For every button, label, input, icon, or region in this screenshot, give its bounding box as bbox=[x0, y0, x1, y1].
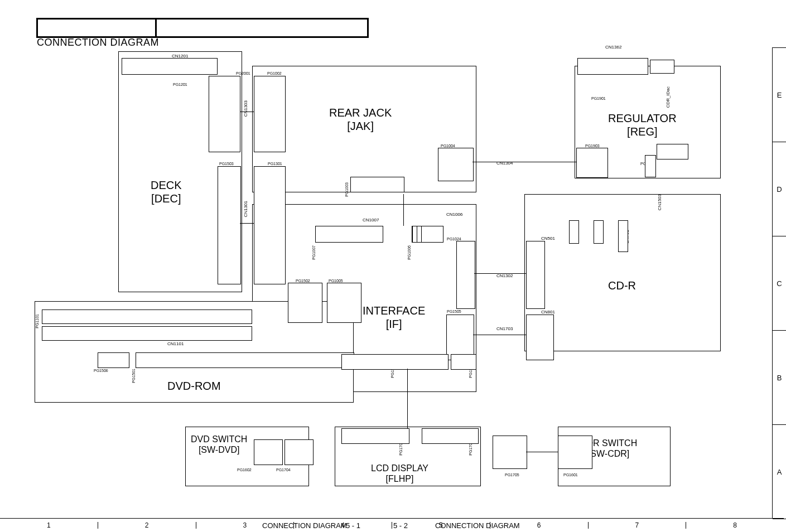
pins-cn1201 bbox=[122, 58, 218, 75]
pins-pg1502 bbox=[288, 283, 322, 323]
pg1903: PG1903 bbox=[585, 144, 600, 148]
pins-pg1004 bbox=[438, 148, 474, 181]
grid-7: 7 bbox=[588, 522, 686, 529]
pins-pg1904a bbox=[645, 155, 656, 177]
wire-cn1301a bbox=[240, 223, 254, 224]
pg1501: PG1501 bbox=[132, 369, 136, 383]
label-regulator: REGULATOR [REG] bbox=[608, 112, 677, 138]
pg1002: PG1002 bbox=[267, 71, 282, 75]
pins-pg1101 bbox=[42, 309, 252, 324]
grid-8: 8 bbox=[686, 522, 784, 529]
pins-pg1003 bbox=[350, 177, 404, 192]
pins-cdridac bbox=[650, 60, 674, 74]
pg1003: PG1003 bbox=[345, 182, 349, 197]
pins-cn502 bbox=[569, 220, 579, 244]
pins-pg1002 bbox=[254, 76, 286, 152]
pins-pg1505 bbox=[446, 315, 474, 360]
pins-pg1501b bbox=[451, 354, 476, 370]
pg1024: PG1024 bbox=[447, 237, 461, 241]
label-deck: DECK [DEC] bbox=[151, 178, 182, 205]
conn-cn1503: CN1503 bbox=[657, 194, 662, 210]
pins-pg1601 bbox=[558, 436, 592, 469]
conn-cn1703: CN1703 bbox=[496, 326, 513, 331]
pins-pg1904b bbox=[657, 144, 688, 159]
pins-pg1506 bbox=[98, 352, 129, 368]
conn-cn1101: CN1101 bbox=[167, 341, 184, 346]
pins-cn701 bbox=[618, 220, 628, 252]
pins-pg1702 bbox=[341, 428, 409, 444]
wire-cn1303a bbox=[240, 112, 254, 112]
axis-d: D bbox=[773, 185, 786, 193]
conn-cn801: CN801 bbox=[541, 309, 555, 315]
conn-cn1006: CN1006 bbox=[446, 212, 462, 217]
wire-cn1304 bbox=[472, 162, 576, 162]
pg1301: PG1301 bbox=[268, 162, 282, 166]
pins-pg1501-top bbox=[136, 352, 354, 368]
pins-pg2001 bbox=[209, 76, 240, 152]
right-axis: E D C B A bbox=[772, 47, 786, 519]
axis-a: A bbox=[773, 467, 786, 476]
pg1004: PG1004 bbox=[441, 144, 455, 148]
pins-pg1602 bbox=[254, 439, 283, 465]
page-title: CONNECTION DIAGRAM bbox=[37, 37, 159, 49]
pins-pg1503 bbox=[218, 166, 241, 284]
label-lcd-display: LCD DISPLAY [FLHP] bbox=[371, 463, 428, 484]
label-dvd-switch: DVD SWITCH [SW-DVD] bbox=[191, 434, 247, 455]
pins-pg1005 bbox=[327, 283, 361, 323]
pg1601: PG1601 bbox=[563, 473, 578, 477]
pins-pg1903 bbox=[576, 148, 608, 178]
conn-cn1303: CN1303 bbox=[243, 100, 248, 117]
title-box-divider bbox=[155, 20, 157, 36]
footer-center-left: 5 - 1 bbox=[346, 521, 360, 530]
grid-2: 2 bbox=[98, 522, 196, 529]
pins-cn1362 bbox=[577, 58, 648, 75]
pg1007: PG1007 bbox=[312, 245, 316, 260]
pg1503: PG1503 bbox=[219, 162, 234, 166]
pins-pg1502b bbox=[341, 354, 449, 370]
pins-cn801 bbox=[526, 315, 554, 360]
wire-pg1003-down bbox=[403, 194, 404, 226]
conn-cn501: CN501 bbox=[541, 236, 555, 241]
pins-cn501 bbox=[526, 241, 545, 309]
axis-e: E bbox=[773, 90, 786, 99]
pg1005: PG1005 bbox=[329, 279, 343, 283]
pg1705: PG1705 bbox=[505, 473, 519, 477]
label-interface: INTERFACE [IF] bbox=[363, 304, 425, 331]
pins-pg1301 bbox=[254, 166, 286, 284]
pins-cn1101 bbox=[42, 326, 252, 341]
pg1101: PG1101 bbox=[35, 314, 39, 328]
grid-1: 1 bbox=[0, 522, 98, 529]
pg1506: PG1506 bbox=[94, 369, 108, 373]
conn-cn1007: CN1007 bbox=[363, 217, 379, 223]
wire-cn1703 bbox=[473, 335, 526, 335]
conn-cn1302: CN1302 bbox=[496, 273, 513, 278]
footer-grid: 1 2 3 4 5 6 7 8 bbox=[0, 518, 784, 532]
wire-lcd-top bbox=[407, 369, 408, 428]
pg1505: PG1505 bbox=[447, 309, 461, 313]
conn-cn1362: CN1362 bbox=[605, 45, 621, 50]
pins-pg1704 bbox=[284, 439, 314, 465]
pg1006: PG1006 bbox=[407, 245, 411, 260]
footer-center-right: 5 - 2 bbox=[393, 521, 408, 530]
axis-c: C bbox=[773, 279, 786, 287]
pins-pg1701 bbox=[422, 428, 479, 444]
pg1201: PG1201 bbox=[173, 83, 187, 86]
pins-pg1006 bbox=[412, 226, 443, 243]
title-box bbox=[36, 18, 369, 38]
pins-pg1007 bbox=[315, 226, 383, 243]
label-dvdrom: DVD-ROM bbox=[167, 379, 221, 393]
axis-b: B bbox=[773, 373, 786, 381]
pins-pg1705 bbox=[493, 436, 527, 469]
pg1502a: PG1502 bbox=[296, 279, 310, 283]
footer-left-label: CONNECTION DIAGRAM bbox=[262, 521, 347, 530]
pins-pg1024 bbox=[456, 241, 475, 309]
conn-cdr-idac: CDR_IDac bbox=[666, 86, 671, 108]
wire-cn1302 bbox=[474, 273, 526, 274]
wire-cdrsw bbox=[526, 452, 558, 452]
pins-cn601 bbox=[594, 220, 604, 244]
pg1704: PG1704 bbox=[276, 468, 291, 472]
pg2001: PG2001 bbox=[236, 71, 250, 75]
label-rear-jack: REAR JACK [JAK] bbox=[329, 106, 392, 133]
conn-cn1301: CN1301 bbox=[243, 201, 248, 217]
pg1602: PG1602 bbox=[237, 468, 252, 472]
